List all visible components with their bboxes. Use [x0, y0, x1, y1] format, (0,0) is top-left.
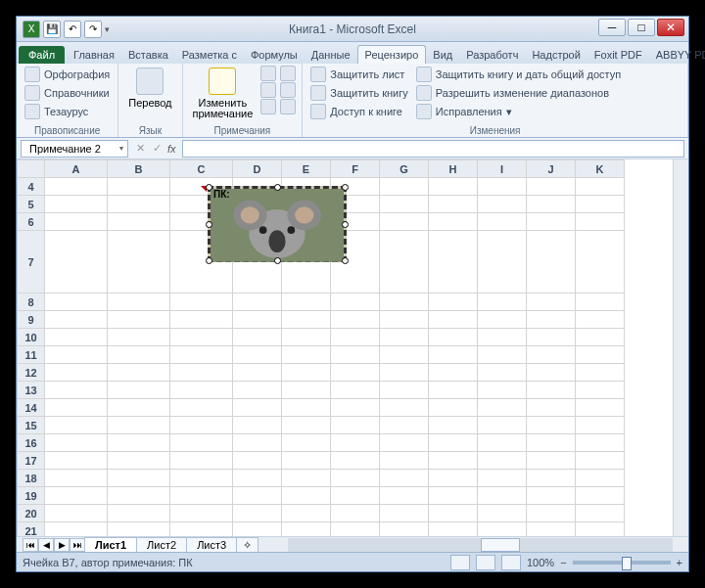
- close-button[interactable]: ✕: [657, 19, 684, 36]
- cell-A20[interactable]: [45, 505, 108, 522]
- prev-comment-button[interactable]: [260, 82, 276, 98]
- cell-G4[interactable]: [380, 178, 429, 196]
- cell-C14[interactable]: [170, 399, 233, 417]
- enter-icon[interactable]: ✓: [153, 142, 162, 155]
- cell-G8[interactable]: [380, 294, 429, 311]
- row-header-6[interactable]: 6: [18, 213, 45, 231]
- cell-J18[interactable]: [527, 470, 576, 487]
- tab-foxit[interactable]: Foxit PDF: [588, 46, 649, 64]
- cell-C9[interactable]: [170, 311, 233, 329]
- col-header-F[interactable]: F: [331, 160, 380, 178]
- cell-J20[interactable]: [527, 505, 576, 522]
- cell-A13[interactable]: [45, 382, 108, 399]
- cell-A16[interactable]: [45, 434, 108, 452]
- cell-H7[interactable]: [429, 231, 478, 294]
- chevron-down-icon[interactable]: ▾: [119, 144, 123, 153]
- horizontal-scrollbar[interactable]: [288, 538, 673, 552]
- row-header-16[interactable]: 16: [18, 434, 45, 452]
- cell-C13[interactable]: [170, 382, 233, 399]
- row-header-15[interactable]: 15: [18, 417, 45, 434]
- cell-G7[interactable]: [380, 231, 429, 294]
- cell-I20[interactable]: [478, 505, 527, 522]
- cell-B6[interactable]: [108, 213, 170, 231]
- zoom-slider[interactable]: [573, 561, 671, 565]
- thesaurus-button[interactable]: Тезаурус: [23, 103, 112, 120]
- cell-D15[interactable]: [233, 417, 282, 434]
- zoom-out-button[interactable]: −: [560, 557, 566, 568]
- cell-F13[interactable]: [331, 382, 380, 399]
- cell-C17[interactable]: [170, 452, 233, 470]
- cell-I11[interactable]: [478, 346, 527, 364]
- cell-C8[interactable]: [170, 294, 233, 311]
- cell-J21[interactable]: [527, 522, 576, 537]
- comment-box[interactable]: ПК:: [208, 186, 347, 262]
- normal-view-button[interactable]: [450, 555, 470, 570]
- cell-G14[interactable]: [380, 399, 429, 417]
- cell-A7[interactable]: [45, 231, 108, 294]
- cell-K17[interactable]: [576, 452, 625, 470]
- cell-F20[interactable]: [331, 505, 380, 522]
- cell-D18[interactable]: [233, 470, 282, 487]
- cell-F9[interactable]: [331, 311, 380, 329]
- tab-abbyy[interactable]: ABBYY PDF: [649, 46, 705, 64]
- cell-B9[interactable]: [108, 311, 170, 329]
- cell-A4[interactable]: [45, 178, 108, 196]
- cell-J8[interactable]: [527, 294, 576, 311]
- cell-A9[interactable]: [45, 311, 108, 329]
- cell-I10[interactable]: [478, 329, 527, 346]
- spelling-button[interactable]: Орфография: [23, 66, 112, 83]
- next-comment-button[interactable]: [260, 99, 276, 114]
- cell-K20[interactable]: [576, 505, 625, 522]
- col-header-H[interactable]: H: [429, 160, 478, 178]
- cell-A11[interactable]: [45, 346, 108, 364]
- row-header-12[interactable]: 12: [18, 364, 45, 382]
- cell-K12[interactable]: [576, 364, 625, 382]
- cell-H13[interactable]: [429, 382, 478, 399]
- cell-E11[interactable]: [282, 346, 331, 364]
- cell-I12[interactable]: [478, 364, 527, 382]
- cell-B17[interactable]: [108, 452, 170, 470]
- cell-E9[interactable]: [282, 311, 331, 329]
- qat-more-icon[interactable]: ▾: [105, 24, 110, 34]
- cell-H19[interactable]: [429, 487, 478, 505]
- tab-review[interactable]: Рецензиро: [357, 45, 427, 64]
- cell-A15[interactable]: [45, 417, 108, 434]
- cell-G15[interactable]: [380, 417, 429, 434]
- protect-share-button[interactable]: Защитить книгу и дать общий доступ: [414, 66, 623, 83]
- cell-K16[interactable]: [576, 434, 625, 452]
- cell-G18[interactable]: [380, 470, 429, 487]
- cell-H8[interactable]: [429, 294, 478, 311]
- cell-I8[interactable]: [478, 294, 527, 311]
- cell-G9[interactable]: [380, 311, 429, 329]
- cell-D13[interactable]: [233, 382, 282, 399]
- cell-H21[interactable]: [429, 522, 478, 537]
- cell-K19[interactable]: [576, 487, 625, 505]
- cell-K8[interactable]: [576, 294, 625, 311]
- sheet-nav-last[interactable]: ⏭: [70, 538, 85, 552]
- cell-B4[interactable]: [108, 178, 170, 196]
- cell-G5[interactable]: [380, 196, 429, 213]
- cell-F11[interactable]: [331, 346, 380, 364]
- row-header-7[interactable]: 7: [18, 231, 45, 294]
- cell-K6[interactable]: [576, 213, 625, 231]
- cell-C19[interactable]: [170, 487, 233, 505]
- cell-H6[interactable]: [429, 213, 478, 231]
- protect-workbook-button[interactable]: Защитить книгу: [308, 84, 410, 102]
- cell-J5[interactable]: [527, 196, 576, 213]
- cell-J14[interactable]: [527, 399, 576, 417]
- cell-D21[interactable]: [233, 522, 282, 537]
- worksheet-area[interactable]: ABCDEFGHIJK45678910111213141516171819202…: [17, 159, 688, 536]
- name-box[interactable]: Примечание 2 ▾: [21, 140, 128, 158]
- show-comment-button[interactable]: [280, 66, 296, 81]
- cell-G10[interactable]: [380, 329, 429, 346]
- cell-A19[interactable]: [45, 487, 108, 505]
- cell-K14[interactable]: [576, 399, 625, 417]
- protect-sheet-button[interactable]: Защитить лист: [308, 66, 410, 83]
- cell-J19[interactable]: [527, 487, 576, 505]
- cell-I4[interactable]: [478, 178, 527, 196]
- cell-K5[interactable]: [576, 196, 625, 213]
- sheet-nav-first[interactable]: ⏮: [23, 538, 38, 552]
- cell-H10[interactable]: [429, 329, 478, 346]
- cell-E15[interactable]: [282, 417, 331, 434]
- cell-H15[interactable]: [429, 417, 478, 434]
